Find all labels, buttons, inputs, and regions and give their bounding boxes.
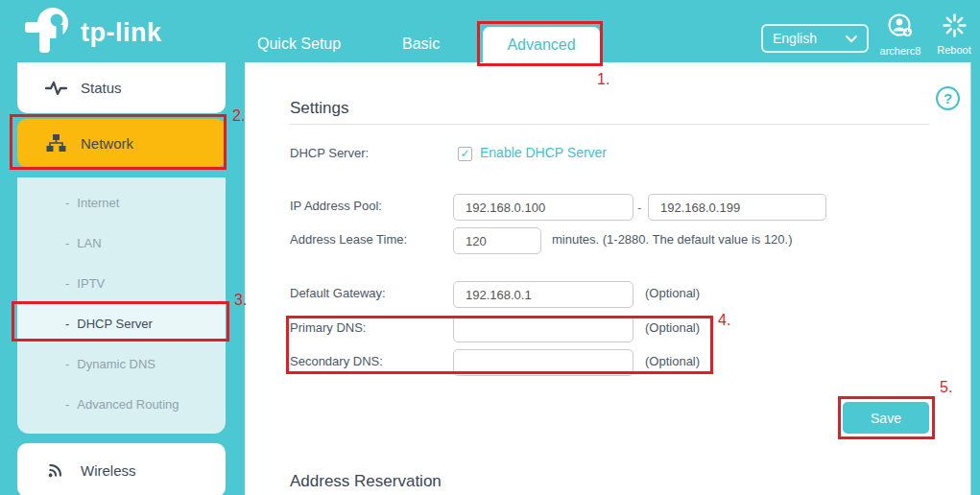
address-reservation-title: Address Reservation [290,472,442,491]
ip-pool-separator: - [637,200,641,215]
lease-time-hint: minutes. (1-2880. The default value is 1… [552,232,793,247]
user-icon [886,26,915,42]
primary-dns-optional: (Optional) [645,320,700,335]
user-account-button[interactable]: archerc8 [870,12,931,57]
sidebar-subitem-lan[interactable]: - LAN [17,224,226,261]
sidebar-subitem-dhcp-server[interactable]: - DHCP Server [17,305,226,342]
enable-dhcp-checkbox[interactable]: ✓ [458,147,472,161]
tab-advanced[interactable]: Advanced [483,27,600,62]
subitem-dash: - [65,397,69,412]
check-icon: ✓ [460,147,469,160]
sidebar-subitem-iptv[interactable]: - IPTV [17,265,226,301]
sidebar-subitem-internet[interactable]: - Internet [17,184,226,221]
ip-pool-end-input[interactable] [648,194,826,221]
subitem-label: LAN [77,236,101,250]
router-admin-screen: tp-link Quick Setup Basic Advanced Engli… [0,0,980,495]
section-divider [290,124,929,125]
lease-time-input[interactable] [453,227,541,254]
reboot-label: Reboot [923,44,980,56]
brand-name: tp-link [81,18,162,48]
tplink-logo-icon [23,7,73,59]
ip-pool-label: IP Address Pool: [290,199,382,213]
top-header: tp-link Quick Setup Basic Advanced Engli… [0,0,980,62]
sidebar-subitem-dynamic-dns[interactable]: - Dynamic DNS [17,345,226,382]
secondary-dns-optional: (Optional) [645,354,700,368]
subitem-dash: - [65,196,69,210]
ip-pool-start-input[interactable] [453,194,633,221]
network-tree-icon [44,134,67,153]
primary-dns-input[interactable] [453,316,633,342]
sidebar-item-wireless[interactable]: Wireless [17,443,226,495]
tab-quick-setup[interactable]: Quick Setup [257,35,341,53]
subitem-label: DHCP Server [77,317,153,331]
secondary-dns-input[interactable] [453,349,633,376]
sidebar-item-network[interactable]: Network [17,119,226,167]
chevron-down-icon [846,31,857,46]
save-button[interactable]: Save [843,402,929,434]
scrollbar-track[interactable] [970,62,980,495]
sidebar-subitem-advanced-routing[interactable]: - Advanced Routing [17,386,226,422]
default-gateway-optional: (Optional) [645,286,700,300]
secondary-dns-label: Secondary DNS: [290,354,383,368]
reboot-icon [942,25,968,41]
wifi-icon [44,460,67,481]
subitem-label: Dynamic DNS [77,357,155,371]
lease-time-label: Address Lease Time: [290,232,407,247]
sidebar-network-label: Network [81,135,133,152]
sidebar-item-status[interactable]: Status [17,62,226,113]
subitem-label: Advanced Routing [77,397,179,412]
enable-dhcp-label: Enable DHCP Server [480,145,607,160]
subitem-dash: - [65,357,69,371]
default-gateway-label: Default Gateway: [290,286,386,300]
sidebar-wireless-label: Wireless [81,462,136,479]
reboot-button[interactable]: Reboot [923,12,980,56]
subitem-label: IPTV [77,276,105,291]
subitem-label: Internet [77,196,119,210]
subitem-dash: - [65,236,69,250]
dhcp-server-label: DHCP Server: [290,146,369,160]
tplink-logo[interactable]: tp-link [23,7,162,59]
default-gateway-input[interactable] [453,281,633,308]
language-select-value: English [773,31,817,46]
help-icon[interactable]: ? [936,86,960,110]
primary-dns-label: Primary DNS: [290,320,366,335]
subitem-dash: - [65,317,69,331]
subitem-dash: - [65,276,69,291]
language-select[interactable]: English [761,24,869,53]
tab-basic[interactable]: Basic [402,35,440,53]
sidebar-status-label: Status [81,80,122,96]
annotation-step-2: 2. [232,107,245,125]
settings-section-title: Settings [290,99,348,118]
user-label: archerc8 [870,45,931,57]
pulse-icon [44,81,67,96]
